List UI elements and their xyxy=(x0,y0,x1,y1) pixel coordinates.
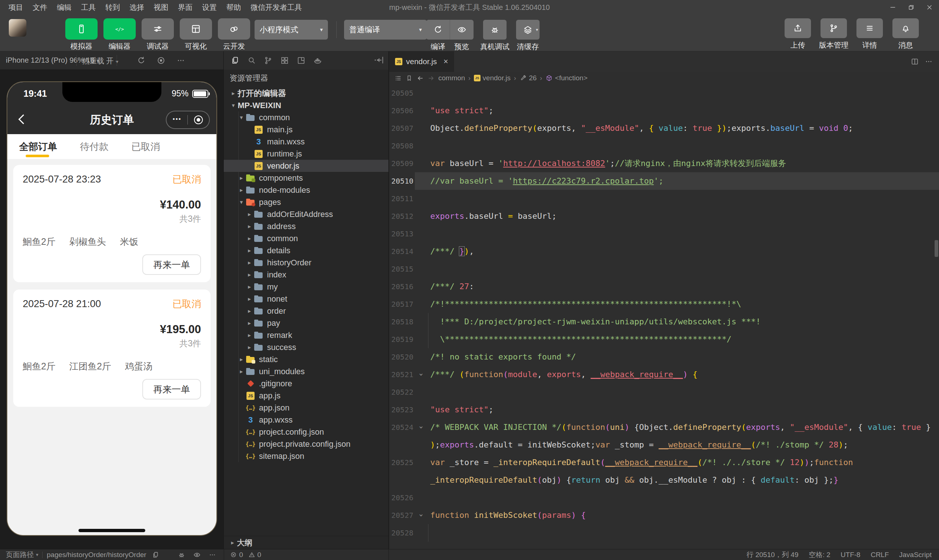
order-card[interactable]: 2025-07-28 23:23已取消¥140.00共3件鮰鱼2斤剁椒鱼头米饭再… xyxy=(13,165,211,282)
outline-section[interactable]: ▸ 大纲 xyxy=(224,536,389,549)
tree-item-app.json[interactable]: {…}app.json xyxy=(224,402,389,414)
fold-chevron-icon[interactable]: › xyxy=(413,371,430,378)
editor-scrollbar[interactable] xyxy=(934,240,938,257)
menu-item-5[interactable]: 选择 xyxy=(125,0,149,15)
bug-icon[interactable] xyxy=(177,551,186,559)
code-line-20522[interactable]: 20522 xyxy=(389,383,939,401)
tab-vendor-js[interactable]: JS vendor.js × xyxy=(389,51,454,72)
branch-icon[interactable] xyxy=(260,52,276,69)
tree-item-historyOrder[interactable]: ▸historyOrder xyxy=(224,257,389,269)
tab-已取消[interactable]: 已取消 xyxy=(131,140,160,153)
fold-chevron-icon[interactable]: › xyxy=(413,512,430,519)
tree-item-pages[interactable]: ▾pages xyxy=(224,196,389,208)
code-line-20523[interactable]: 20523"use strict"; xyxy=(389,401,939,418)
breadcrumb-item-function[interactable]: <function> xyxy=(546,74,587,82)
more-icon[interactable] xyxy=(924,57,933,66)
compile-mode-select[interactable]: 普通编译 ▾ xyxy=(344,20,427,40)
code-line-20511[interactable]: 20511 xyxy=(389,190,939,208)
editor-button[interactable]: </>编辑器 xyxy=(103,18,136,51)
debugger-button[interactable]: 调试器 xyxy=(141,18,174,51)
menu-item-4[interactable]: 转到 xyxy=(100,0,125,15)
code-line-20505[interactable]: 20505 xyxy=(389,84,939,102)
device-debug-button[interactable]: 真机调试 xyxy=(480,20,509,52)
tree-item-common[interactable]: ▸common xyxy=(224,232,389,245)
tree-item-MP-WEIXIN[interactable]: ▾MP-WEIXIN xyxy=(224,99,389,111)
minimize-icon[interactable] xyxy=(889,4,896,11)
tree-item-project.private.config.json[interactable]: {…}project.private.config.json xyxy=(224,438,389,450)
tree-item-remark[interactable]: ▸remark xyxy=(224,329,389,341)
visualizer-button[interactable]: 可视化 xyxy=(179,18,213,51)
code-area[interactable]: 2050520506"use strict";20507Object.defin… xyxy=(389,84,939,549)
details-button[interactable]: 详情 xyxy=(855,18,885,50)
cloud-dev-button[interactable]: 云开发 xyxy=(217,18,251,51)
menu-item-7[interactable]: 界面 xyxy=(173,0,197,15)
code-line-wrap[interactable]: _interopRequireDefault(obj) {return obj … xyxy=(389,471,939,489)
outline-list-icon[interactable] xyxy=(394,74,402,82)
tree-item-details[interactable]: ▸details xyxy=(224,245,389,257)
tree-item-static[interactable]: ▸static xyxy=(224,353,389,365)
page-path-select[interactable]: 页面路径 xyxy=(6,550,34,560)
menu-item-6[interactable]: 视图 xyxy=(149,0,173,15)
tree-item-nonet[interactable]: ▸nonet xyxy=(224,293,389,305)
reorder-button[interactable]: 再来一单 xyxy=(142,254,201,275)
tree-item-vendor.js[interactable]: JSvendor.js xyxy=(224,160,389,172)
tree-item-node-modules[interactable]: ▸node-modules xyxy=(224,184,389,196)
menu-item-1[interactable]: 文件 xyxy=(28,0,52,15)
code-line-20527[interactable]: 20527›function initWebScoket(params) { xyxy=(389,506,939,524)
files-icon[interactable] xyxy=(227,52,243,69)
language-mode[interactable]: JavaScript xyxy=(899,551,932,559)
tree-item-sitemap.json[interactable]: {…}sitemap.json xyxy=(224,450,389,462)
copy-icon[interactable] xyxy=(151,551,160,559)
tree-item-project.config.json[interactable]: {…}project.config.json xyxy=(224,426,389,438)
pane-icon[interactable] xyxy=(293,52,309,69)
close-icon[interactable] xyxy=(926,4,933,11)
code-line-20525[interactable]: 20525var _store = _interopRequireDefault… xyxy=(389,454,939,471)
record-icon[interactable] xyxy=(156,56,166,65)
menu-item-0[interactable]: 项目 xyxy=(4,0,28,15)
tab-待付款[interactable]: 待付款 xyxy=(80,140,109,153)
code-line-20518[interactable]: 20518 !*** D:/project/project-rjwm-weixi… xyxy=(389,313,939,331)
docker-icon[interactable] xyxy=(309,52,326,69)
tab-全部订单[interactable]: 全部订单 xyxy=(19,140,57,153)
avatar[interactable] xyxy=(9,19,26,37)
tree-item-pay[interactable]: ▸pay xyxy=(224,317,389,329)
tree-item-order[interactable]: ▸order xyxy=(224,305,389,317)
hot-reload-toggle[interactable]: 热重载 开▾ xyxy=(82,56,119,66)
tree-item-.gitignore[interactable]: .gitignore xyxy=(224,377,389,389)
messages-button[interactable]: 消息 xyxy=(891,18,920,50)
tree-item-app.wxss[interactable]: 3app.wxss xyxy=(224,414,389,426)
cursor-position[interactable]: 行 20510，列 49 xyxy=(746,550,799,560)
more-icon[interactable] xyxy=(373,56,382,65)
reorder-button[interactable]: 再来一单 xyxy=(142,379,201,400)
tree-item-success[interactable]: ▸success xyxy=(224,341,389,353)
code-line-20506[interactable]: 20506"use strict"; xyxy=(389,102,939,120)
extensions-icon[interactable] xyxy=(276,52,293,69)
tree-item-common[interactable]: ▾common xyxy=(224,111,389,123)
code-line-20510[interactable]: 20510//var baseUrl = 'https://c223c79.r2… xyxy=(389,172,939,190)
tree-item-打开的编辑器[interactable]: ▸打开的编辑器 xyxy=(224,87,389,99)
tree-item-addOrEditAddress[interactable]: ▸addOrEditAddress xyxy=(224,208,389,220)
menu-item-10[interactable]: 微信开发者工具 xyxy=(246,0,307,15)
breadcrumb-item-vendorjs[interactable]: JSvendor.js xyxy=(474,74,510,82)
tree-item-app.js[interactable]: JSapp.js xyxy=(224,389,389,402)
refresh-icon[interactable] xyxy=(136,56,146,65)
bookmark-icon[interactable] xyxy=(405,74,413,82)
encoding[interactable]: UTF-8 xyxy=(841,551,860,559)
clear-cache-button[interactable]: ▾清缓存 xyxy=(516,20,540,52)
tree-item-main.wxss[interactable]: 3main.wxss xyxy=(224,135,389,148)
tree-item-main.js[interactable]: JSmain.js xyxy=(224,123,389,135)
tree-item-uni_modules[interactable]: ▸uni_modules xyxy=(224,365,389,377)
eye-icon[interactable] xyxy=(193,551,201,559)
code-line-20514[interactable]: 20514/***/ }), xyxy=(389,243,939,260)
problems-indicator[interactable]: 0 0 xyxy=(224,549,389,560)
tree-item-index[interactable]: ▸index xyxy=(224,269,389,281)
upload-button[interactable]: 上传 xyxy=(783,18,813,50)
menu-item-3[interactable]: 工具 xyxy=(76,0,100,15)
capsule-more-icon[interactable]: ••• xyxy=(173,116,182,124)
code-line-20507[interactable]: 20507Object.defineProperty(exports, "__e… xyxy=(389,120,939,137)
mode-select[interactable]: 小程序模式 ▾ xyxy=(254,20,328,40)
tree-item-components[interactable]: ▸components xyxy=(224,172,389,184)
code-line-20520[interactable]: 20520/*! no static exports found */ xyxy=(389,348,939,366)
order-card[interactable]: 2025-07-28 21:00已取消¥195.00共3件鮰鱼2斤江团鱼2斤鸡蛋… xyxy=(13,289,211,407)
version-control-button[interactable]: 版本管理 xyxy=(819,18,849,50)
